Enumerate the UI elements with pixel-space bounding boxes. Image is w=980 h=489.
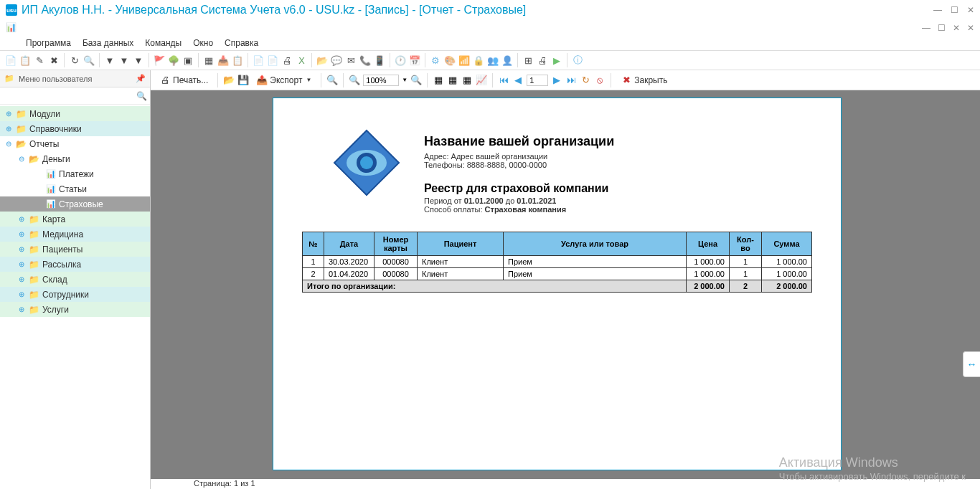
next-page-icon[interactable]: ▶ bbox=[551, 75, 562, 86]
refresh-icon[interactable]: ↻ bbox=[580, 75, 591, 86]
tree-modules[interactable]: ⊕📁Модули bbox=[0, 106, 150, 121]
open-icon[interactable]: 📂 bbox=[223, 75, 235, 86]
window-title: ИП Акулов Н.Н. - Универсальная Система У… bbox=[22, 4, 933, 16]
first-page-icon[interactable]: ⏮ bbox=[498, 75, 509, 86]
grid-icon[interactable]: ▦ bbox=[202, 54, 215, 67]
list-icon[interactable]: 📋 bbox=[231, 54, 244, 67]
layout2-icon[interactable]: ▦ bbox=[447, 75, 458, 86]
menu-window[interactable]: Окно bbox=[189, 37, 217, 49]
data-table: № Дата Номер карты Пациент Услуга или то… bbox=[302, 232, 812, 293]
th-card: Номер карты bbox=[374, 232, 418, 256]
child-minimize-button[interactable]: — bbox=[922, 23, 930, 33]
stop-icon[interactable]: ⦸ bbox=[594, 75, 606, 86]
menu-commands[interactable]: Команды bbox=[141, 37, 186, 49]
search-icon[interactable]: 🔍 bbox=[136, 91, 147, 101]
tree-services[interactable]: ⊕📁Услуги bbox=[0, 302, 150, 317]
filter-icon[interactable]: ▼ bbox=[103, 54, 116, 67]
viber-icon[interactable]: 📞 bbox=[359, 54, 372, 67]
calendar-icon[interactable]: 📅 bbox=[408, 54, 421, 67]
new-icon[interactable]: 📄 bbox=[4, 54, 17, 67]
refresh-icon[interactable]: ↻ bbox=[68, 54, 81, 67]
layout3-icon[interactable]: ▦ bbox=[461, 75, 473, 86]
tree-patients[interactable]: ⊕📁Пациенты bbox=[0, 242, 150, 257]
table-row: 130.03.2020000080КлиентПрием1 000.0011 0… bbox=[303, 256, 812, 268]
sms-icon[interactable]: 💬 bbox=[330, 54, 343, 67]
sidebar-title: Меню пользователя bbox=[19, 75, 92, 83]
tree-icon[interactable]: 🌳 bbox=[167, 54, 180, 67]
folder-icon: 📁 bbox=[4, 74, 14, 83]
lock-icon[interactable]: 🔒 bbox=[472, 54, 485, 67]
print-button[interactable]: 🖨Печать... bbox=[155, 72, 212, 88]
zoom-in-icon[interactable]: 🔍 bbox=[410, 75, 422, 86]
mail-icon[interactable]: ✉ bbox=[344, 54, 357, 67]
tree-payments[interactable]: 📊Платежи bbox=[0, 166, 150, 181]
folder-icon[interactable]: 📂 bbox=[316, 54, 329, 67]
rss-icon[interactable]: 📶 bbox=[458, 54, 471, 67]
close-report-button[interactable]: ✖Закрыть bbox=[616, 72, 672, 88]
close-button[interactable]: ✕ bbox=[967, 5, 974, 15]
edit-icon[interactable]: ✎ bbox=[33, 54, 46, 67]
print-icon[interactable]: 🖨 bbox=[281, 54, 293, 67]
save-icon[interactable]: 💾 bbox=[237, 75, 249, 86]
org-address: Адрес: Адрес вашей организации bbox=[424, 152, 812, 161]
report-title: Реестр для страховой компании bbox=[424, 182, 812, 195]
collapse-icon[interactable]: ▣ bbox=[182, 54, 194, 67]
main-toolbar: 📄 📋 ✎ ✖ ↻ 🔍 ▼ ▼ ▼ 🚩 🌳 ▣ ▦ 📥 📋 📄 📄 🖨 Ⅹ 📂 … bbox=[0, 50, 980, 70]
filter2-icon[interactable]: ▼ bbox=[118, 54, 131, 67]
info-icon[interactable]: ⓘ bbox=[571, 54, 584, 67]
phone-icon[interactable]: 📱 bbox=[373, 54, 386, 67]
find-icon[interactable]: 🔍 bbox=[326, 75, 338, 86]
doc-icon[interactable]: 📄 bbox=[252, 54, 265, 67]
import-icon[interactable]: 📥 bbox=[217, 54, 230, 67]
pin-icon[interactable]: 📌 bbox=[136, 74, 146, 83]
page-number[interactable]: 1 bbox=[527, 75, 548, 86]
tree-reports[interactable]: ⊖📂Отчеты bbox=[0, 136, 150, 151]
layout1-icon[interactable]: ▦ bbox=[433, 75, 444, 86]
zoom-value[interactable]: 100% bbox=[363, 75, 399, 86]
th-qty: Кол-во bbox=[730, 232, 762, 256]
delete-icon[interactable]: ✖ bbox=[47, 54, 60, 67]
teamviewer-tab[interactable]: ↔ bbox=[963, 351, 980, 377]
th-price: Цена bbox=[687, 232, 730, 256]
print2-icon[interactable]: 🖨 bbox=[536, 54, 549, 67]
filter3-icon[interactable]: ▼ bbox=[132, 54, 145, 67]
color-icon[interactable]: 🎨 bbox=[443, 54, 456, 67]
users-icon[interactable]: 👥 bbox=[486, 54, 499, 67]
tree-employees[interactable]: ⊕📁Сотрудники bbox=[0, 287, 150, 302]
chart-icon[interactable]: 📈 bbox=[476, 75, 487, 86]
export-button[interactable]: 📤Экспорт▼ bbox=[252, 72, 316, 88]
zoom-out-icon[interactable]: 🔍 bbox=[349, 75, 360, 86]
layout-icon[interactable]: ⊞ bbox=[522, 54, 534, 67]
prev-page-icon[interactable]: ◀ bbox=[512, 75, 524, 86]
th-no: № bbox=[303, 232, 324, 256]
minimize-button[interactable]: — bbox=[933, 5, 942, 15]
report-icon[interactable]: 📄 bbox=[266, 54, 279, 67]
child-close2-button[interactable]: ✕ bbox=[967, 23, 974, 33]
tree-medicine[interactable]: ⊕📁Медицина bbox=[0, 227, 150, 242]
tree-warehouse[interactable]: ⊕📁Склад bbox=[0, 272, 150, 287]
tree-mailing[interactable]: ⊕📁Рассылка bbox=[0, 257, 150, 272]
sidebar-search-input[interactable] bbox=[3, 90, 136, 102]
tree-insurance[interactable]: 📊Страховые bbox=[0, 196, 150, 212]
clock-icon[interactable]: 🕐 bbox=[394, 54, 407, 67]
gear-icon[interactable]: ⚙ bbox=[429, 54, 442, 67]
flag-icon[interactable]: 🚩 bbox=[153, 54, 166, 67]
tree-articles[interactable]: 📊Статьи bbox=[0, 181, 150, 196]
play-icon[interactable]: ▶ bbox=[550, 54, 563, 67]
tree-card[interactable]: ⊕📁Карта bbox=[0, 212, 150, 227]
last-page-icon[interactable]: ⏭ bbox=[565, 75, 577, 86]
copy-icon[interactable]: 📋 bbox=[19, 54, 32, 67]
tree-directories[interactable]: ⊕📁Справочники bbox=[0, 121, 150, 136]
report-area[interactable]: Название вашей организации Адрес: Адрес … bbox=[151, 90, 980, 479]
excel-icon[interactable]: Ⅹ bbox=[295, 54, 308, 67]
menu-database[interactable]: База данных bbox=[78, 37, 138, 49]
maximize-button[interactable]: ☐ bbox=[951, 5, 958, 15]
search-icon[interactable]: 🔍 bbox=[83, 54, 95, 67]
menu-help[interactable]: Справка bbox=[220, 37, 263, 49]
user-icon[interactable]: 👤 bbox=[501, 54, 514, 67]
tree-money[interactable]: ⊖📂Деньги bbox=[0, 151, 150, 166]
child-close-button[interactable]: ✕ bbox=[953, 23, 960, 33]
child-maximize-button[interactable]: ☐ bbox=[938, 23, 946, 33]
menu-program[interactable]: Программа bbox=[22, 37, 75, 49]
sidebar-search: 🔍 bbox=[0, 87, 150, 105]
